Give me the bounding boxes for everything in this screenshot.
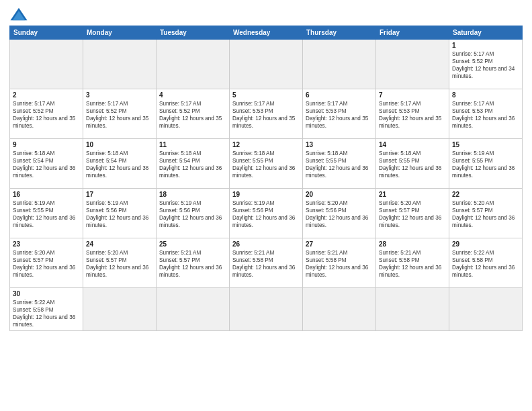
day-number: 20 — [306, 191, 373, 198]
calendar-cell: 26Sunrise: 5:21 AMSunset: 5:58 PMDayligh… — [230, 238, 303, 288]
calendar-cell: 15Sunrise: 5:19 AMSunset: 5:55 PMDayligh… — [449, 139, 523, 189]
day-number: 30 — [13, 290, 80, 298]
calendar-week-1: 2Sunrise: 5:17 AMSunset: 5:52 PMDaylight… — [10, 89, 523, 139]
day-number: 15 — [452, 141, 519, 148]
day-number: 22 — [452, 191, 519, 198]
day-header-friday: Friday — [376, 26, 449, 40]
day-info: Sunrise: 5:17 AMSunset: 5:52 PMDaylight:… — [452, 50, 519, 80]
day-number: 16 — [13, 191, 80, 198]
day-header-tuesday: Tuesday — [157, 26, 230, 40]
day-info: Sunrise: 5:17 AMSunset: 5:53 PMDaylight:… — [452, 100, 519, 130]
day-number: 7 — [379, 91, 446, 99]
day-info: Sunrise: 5:19 AMSunset: 5:56 PMDaylight:… — [159, 199, 226, 229]
day-info: Sunrise: 5:20 AMSunset: 5:57 PMDaylight:… — [452, 199, 519, 229]
calendar-week-2: 9Sunrise: 5:18 AMSunset: 5:54 PMDaylight… — [10, 139, 523, 189]
day-number: 9 — [13, 141, 80, 148]
calendar-cell — [10, 40, 83, 89]
day-number: 19 — [232, 191, 300, 198]
calendar-cell: 25Sunrise: 5:21 AMSunset: 5:57 PMDayligh… — [157, 238, 230, 288]
calendar-cell — [230, 288, 303, 331]
calendar-cell — [303, 288, 376, 331]
calendar-cell: 14Sunrise: 5:18 AMSunset: 5:55 PMDayligh… — [376, 139, 449, 189]
logo-icon — [9, 7, 28, 21]
day-number: 12 — [232, 141, 300, 148]
calendar-week-3: 16Sunrise: 5:19 AMSunset: 5:55 PMDayligh… — [10, 189, 523, 238]
day-number: 18 — [159, 191, 226, 198]
calendar-cell: 18Sunrise: 5:19 AMSunset: 5:56 PMDayligh… — [157, 189, 230, 238]
day-info: Sunrise: 5:19 AMSunset: 5:55 PMDaylight:… — [452, 150, 519, 179]
calendar-cell — [376, 288, 449, 331]
day-number: 25 — [159, 240, 226, 248]
day-number: 1 — [452, 42, 519, 49]
day-header-saturday: Saturday — [449, 26, 523, 40]
calendar-cell: 27Sunrise: 5:21 AMSunset: 5:58 PMDayligh… — [303, 238, 376, 288]
calendar-cell: 1Sunrise: 5:17 AMSunset: 5:52 PMDaylight… — [449, 40, 523, 89]
day-number: 4 — [159, 91, 226, 99]
day-info: Sunrise: 5:17 AMSunset: 5:52 PMDaylight:… — [86, 100, 153, 130]
day-number: 28 — [379, 240, 446, 248]
calendar-header-row: SundayMondayTuesdayWednesdayThursdayFrid… — [10, 26, 523, 40]
day-number: 6 — [306, 91, 373, 99]
day-info: Sunrise: 5:18 AMSunset: 5:54 PMDaylight:… — [159, 150, 226, 179]
calendar-cell: 28Sunrise: 5:21 AMSunset: 5:58 PMDayligh… — [376, 238, 449, 288]
calendar-cell: 2Sunrise: 5:17 AMSunset: 5:52 PMDaylight… — [10, 89, 83, 139]
calendar-cell: 8Sunrise: 5:17 AMSunset: 5:53 PMDaylight… — [449, 89, 523, 139]
calendar-cell: 24Sunrise: 5:20 AMSunset: 5:57 PMDayligh… — [83, 238, 157, 288]
calendar-week-5: 30Sunrise: 5:22 AMSunset: 5:58 PMDayligh… — [10, 288, 523, 331]
calendar-cell — [83, 40, 157, 89]
calendar-cell: 5Sunrise: 5:17 AMSunset: 5:53 PMDaylight… — [230, 89, 303, 139]
day-info: Sunrise: 5:19 AMSunset: 5:56 PMDaylight:… — [86, 199, 153, 229]
day-info: Sunrise: 5:20 AMSunset: 5:57 PMDaylight:… — [379, 199, 446, 229]
calendar-cell: 3Sunrise: 5:17 AMSunset: 5:52 PMDaylight… — [83, 89, 157, 139]
calendar-cell — [230, 40, 303, 89]
day-number: 8 — [452, 91, 519, 99]
calendar-cell — [449, 288, 523, 331]
day-info: Sunrise: 5:18 AMSunset: 5:54 PMDaylight:… — [86, 150, 153, 179]
day-number: 10 — [86, 141, 153, 148]
calendar-cell: 7Sunrise: 5:17 AMSunset: 5:53 PMDaylight… — [376, 89, 449, 139]
day-info: Sunrise: 5:17 AMSunset: 5:52 PMDaylight:… — [159, 100, 226, 130]
day-number: 11 — [159, 141, 226, 148]
day-info: Sunrise: 5:18 AMSunset: 5:55 PMDaylight:… — [306, 150, 373, 179]
day-info: Sunrise: 5:21 AMSunset: 5:57 PMDaylight:… — [159, 249, 226, 279]
day-number: 27 — [306, 240, 373, 248]
day-header-thursday: Thursday — [303, 26, 376, 40]
day-number: 5 — [232, 91, 300, 99]
calendar-cell: 22Sunrise: 5:20 AMSunset: 5:57 PMDayligh… — [449, 189, 523, 238]
day-info: Sunrise: 5:22 AMSunset: 5:58 PMDaylight:… — [13, 299, 80, 328]
calendar-cell: 21Sunrise: 5:20 AMSunset: 5:57 PMDayligh… — [376, 189, 449, 238]
day-info: Sunrise: 5:19 AMSunset: 5:56 PMDaylight:… — [232, 199, 300, 229]
day-number: 23 — [13, 240, 80, 248]
day-info: Sunrise: 5:20 AMSunset: 5:56 PMDaylight:… — [306, 199, 373, 229]
day-info: Sunrise: 5:18 AMSunset: 5:55 PMDaylight:… — [232, 150, 300, 179]
calendar-cell: 17Sunrise: 5:19 AMSunset: 5:56 PMDayligh… — [83, 189, 157, 238]
day-info: Sunrise: 5:21 AMSunset: 5:58 PMDaylight:… — [306, 249, 373, 279]
calendar-cell: 6Sunrise: 5:17 AMSunset: 5:53 PMDaylight… — [303, 89, 376, 139]
day-info: Sunrise: 5:20 AMSunset: 5:57 PMDaylight:… — [13, 249, 80, 279]
calendar-cell: 13Sunrise: 5:18 AMSunset: 5:55 PMDayligh… — [303, 139, 376, 189]
calendar-cell: 16Sunrise: 5:19 AMSunset: 5:55 PMDayligh… — [10, 189, 83, 238]
calendar-week-0: 1Sunrise: 5:17 AMSunset: 5:52 PMDaylight… — [10, 40, 523, 89]
day-info: Sunrise: 5:17 AMSunset: 5:52 PMDaylight:… — [13, 100, 80, 130]
day-info: Sunrise: 5:18 AMSunset: 5:54 PMDaylight:… — [13, 150, 80, 179]
calendar-cell — [83, 288, 157, 331]
day-number: 26 — [232, 240, 300, 248]
calendar-cell: 4Sunrise: 5:17 AMSunset: 5:52 PMDaylight… — [157, 89, 230, 139]
calendar-cell: 20Sunrise: 5:20 AMSunset: 5:56 PMDayligh… — [303, 189, 376, 238]
page: SundayMondayTuesdayWednesdayThursdayFrid… — [0, 0, 532, 411]
day-number: 24 — [86, 240, 153, 248]
calendar-cell: 19Sunrise: 5:19 AMSunset: 5:56 PMDayligh… — [230, 189, 303, 238]
header — [9, 7, 523, 21]
day-info: Sunrise: 5:18 AMSunset: 5:55 PMDaylight:… — [379, 150, 446, 179]
calendar-cell: 11Sunrise: 5:18 AMSunset: 5:54 PMDayligh… — [157, 139, 230, 189]
day-info: Sunrise: 5:19 AMSunset: 5:55 PMDaylight:… — [13, 199, 80, 229]
calendar-cell: 30Sunrise: 5:22 AMSunset: 5:58 PMDayligh… — [10, 288, 83, 331]
day-header-wednesday: Wednesday — [230, 26, 303, 40]
day-info: Sunrise: 5:20 AMSunset: 5:57 PMDaylight:… — [86, 249, 153, 279]
calendar-cell: 9Sunrise: 5:18 AMSunset: 5:54 PMDaylight… — [10, 139, 83, 189]
day-header-monday: Monday — [83, 26, 157, 40]
calendar-cell — [157, 288, 230, 331]
calendar-cell: 10Sunrise: 5:18 AMSunset: 5:54 PMDayligh… — [83, 139, 157, 189]
day-number: 29 — [452, 240, 519, 248]
day-info: Sunrise: 5:17 AMSunset: 5:53 PMDaylight:… — [306, 100, 373, 130]
